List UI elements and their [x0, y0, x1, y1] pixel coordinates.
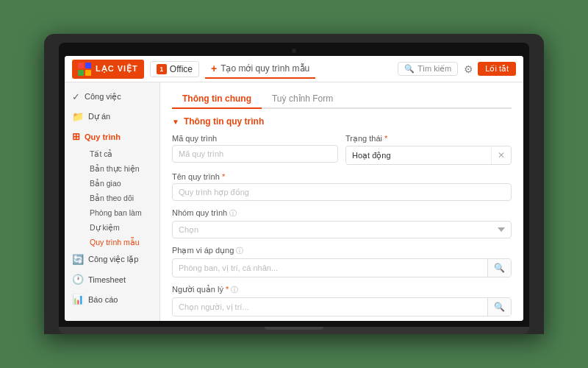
sidebar-sub-quy-trinh: Tất cả Bản thực hiện Bản giao Bản theo d… — [65, 146, 159, 250]
tab-plus-icon: + — [211, 63, 217, 74]
cong-viec-lap-icon: 🔄 — [72, 254, 84, 265]
office-label: Office — [170, 64, 193, 74]
sub-label-tat-ca: Tất cả — [90, 149, 113, 158]
sub-label-quy-trinh-mau: Quy trình mẫu — [90, 238, 140, 247]
help-icon-nguoi-quan-ly[interactable]: ⓘ — [231, 286, 238, 294]
required-marker-2: * — [222, 172, 225, 181]
input-ten-quy-trinh[interactable] — [172, 183, 512, 201]
webcam — [292, 49, 296, 53]
settings-icon[interactable]: ⚙ — [464, 63, 473, 75]
laptop-base — [59, 327, 529, 334]
search-placeholder: Tìm kiếm — [417, 64, 451, 74]
sidebar-label-bao-cao: Báo cáo — [88, 295, 118, 304]
office-button[interactable]: 1 Office — [150, 61, 199, 77]
sidebar-sub-tat-ca[interactable]: Tất cả — [82, 146, 159, 161]
tab-thong-tin-chung[interactable]: Thông tin chung — [172, 90, 262, 109]
laptop-screen: LẠC VIỆT 1 Office + Tạo mới quy trình mẫ… — [65, 56, 523, 321]
form-group-nguoi-quan-ly: Người quản lý * ⓘ 🔍 — [172, 285, 512, 316]
search-bar[interactable]: 🔍 Tìm kiếm — [398, 62, 458, 76]
logo-sq-yellow — [85, 70, 91, 76]
sidebar-item-timesheet[interactable]: 🕐 Timesheet — [65, 269, 159, 289]
form-row-5: Người quản lý * ⓘ 🔍 — [172, 285, 512, 316]
top-bar: LẠC VIỆT 1 Office + Tạo mới quy trình mẫ… — [65, 56, 523, 82]
laptop-shell: LẠC VIỆT 1 Office + Tạo mới quy trình mẫ… — [44, 34, 544, 334]
sidebar-sub-ban-giao[interactable]: Bản giao — [82, 176, 159, 191]
quy-trinh-icon: ⊞ — [72, 131, 80, 142]
form-row-2: Tên quy trình * — [172, 172, 512, 201]
sub-label-phong-ban-lam: Phòng ban làm — [90, 208, 142, 217]
timesheet-icon: 🕐 — [72, 274, 84, 285]
office-icon: 1 — [157, 64, 167, 74]
help-icon-pham-vi[interactable]: ⓘ — [236, 247, 243, 255]
help-icon-nhom[interactable]: ⓘ — [229, 209, 237, 217]
section-title: Thông tin quy trình — [184, 116, 264, 127]
screen-bezel: LẠC VIỆT 1 Office + Tạo mới quy trình mẫ… — [59, 43, 529, 327]
search-btn-pham-vi[interactable]: 🔍 — [487, 259, 511, 277]
section-header: ▼ Thông tin quy trình — [172, 116, 512, 127]
form-group-nhom-quy-trinh: Nhóm quy trình ⓘ Chọn — [172, 208, 512, 238]
sidebar-sub-phong-ban-lam[interactable]: Phòng ban làm — [82, 205, 159, 220]
logo-text: LẠC VIỆT — [96, 64, 138, 74]
search-icon: 🔍 — [404, 64, 415, 74]
form-row-3: Nhóm quy trình ⓘ Chọn — [172, 208, 512, 238]
logo-sq-blue — [85, 63, 91, 68]
form-tabs: Thông tin chung Tuỳ chỉnh Form — [172, 90, 512, 109]
required-marker-3: * — [226, 285, 229, 294]
sub-label-ban-thuc-hien: Bản thực hiện — [90, 164, 140, 173]
input-ma-quy-trinh[interactable] — [172, 145, 338, 163]
status-value: Hoạt động — [346, 147, 491, 164]
cong-viec-icon: ✓ — [72, 91, 80, 102]
top-bar-actions: ⚙ Lối tắt — [464, 62, 516, 76]
sidebar-sub-quy-trinh-mau[interactable]: Quy trình mẫu — [82, 235, 159, 250]
form-group-ten-quy-trinh: Tên quy trình * — [172, 172, 512, 201]
form-group-pham-vi: Phạm vi áp dụng ⓘ 🔍 — [172, 246, 512, 277]
logo-sq-red — [78, 63, 84, 68]
bao-cao-icon: 📊 — [72, 294, 84, 305]
label-ten-quy-trinh: Tên quy trình * — [172, 172, 512, 181]
search-btn-nguoi-quan-ly[interactable]: 🔍 — [487, 298, 511, 316]
sidebar-item-cong-viec-lap[interactable]: 🔄 Công việc lặp — [65, 250, 159, 269]
sidebar-sub-ban-thuc-hien[interactable]: Bản thực hiện — [82, 161, 159, 176]
label-pham-vi: Phạm vi áp dụng ⓘ — [172, 246, 512, 256]
sidebar-item-quy-trinh[interactable]: ⊞ Quy trình — [65, 127, 159, 146]
sidebar-label-quy-trinh: Quy trình — [85, 132, 121, 141]
form-row-1: Mã quy trình Trạng thái * Hoạt động — [172, 134, 512, 165]
label-ma-quy-trinh: Mã quy trình — [172, 134, 338, 143]
status-clear-button[interactable]: ✕ — [491, 146, 511, 164]
form-area: Thông tin chung Tuỳ chỉnh Form ▼ Thông t… — [160, 82, 523, 321]
input-pham-vi[interactable] — [173, 260, 487, 276]
label-nguoi-quan-ly: Người quản lý * ⓘ — [172, 285, 512, 295]
sidebar-label-timesheet: Timesheet — [88, 275, 126, 284]
chevron-down-icon: ▼ — [172, 118, 179, 126]
status-field: Hoạt động ✕ — [345, 146, 512, 165]
form-group-trang-thai: Trạng thái * Hoạt động ✕ — [345, 134, 512, 165]
sidebar-sub-du-kiem[interactable]: Dự kiệm — [82, 220, 159, 235]
search-wrap-pham-vi: 🔍 — [172, 258, 512, 277]
sidebar-label-du-an: Dự án — [88, 112, 110, 121]
new-tab-label: Tạo mới quy trình mẫu — [220, 63, 309, 74]
logo-area: LẠC VIỆT — [72, 60, 144, 79]
main-content: ✓ Công việc 📁 Dự án ⊞ Quy trình Tất cả — [65, 82, 523, 321]
sidebar-label-cong-viec: Công việc — [85, 92, 121, 102]
logo-sq-green — [78, 70, 84, 76]
select-nhom-quy-trinh[interactable]: Chọn — [172, 221, 512, 238]
label-trang-thai: Trạng thái * — [345, 134, 512, 144]
tab-tuy-chinh-form[interactable]: Tuỳ chỉnh Form — [262, 90, 343, 109]
sidebar-item-bao-cao[interactable]: 📊 Báo cáo — [65, 289, 159, 309]
du-an-icon: 📁 — [72, 111, 84, 122]
logo-icon — [78, 63, 91, 76]
form-group-ma-quy-trinh: Mã quy trình — [172, 134, 338, 165]
input-nguoi-quan-ly[interactable] — [173, 299, 487, 315]
sub-label-du-kiem: Dự kiệm — [90, 223, 120, 232]
sub-label-ban-giao: Bản giao — [90, 179, 121, 188]
label-nhom-quy-trinh: Nhóm quy trình ⓘ — [172, 208, 512, 219]
form-row-4: Phạm vi áp dụng ⓘ 🔍 — [172, 246, 512, 277]
sidebar-item-cong-viec[interactable]: ✓ Công việc — [65, 87, 159, 107]
search-wrap-nguoi-quan-ly: 🔍 — [172, 297, 512, 316]
sidebar-label-cong-viec-lap: Công việc lặp — [88, 255, 138, 264]
new-tab[interactable]: + Tạo mới quy trình mẫu — [205, 60, 315, 79]
sidebar: ✓ Công việc 📁 Dự án ⊞ Quy trình Tất cả — [65, 82, 160, 321]
sidebar-sub-ban-theo-doi[interactable]: Bản theo dõi — [82, 191, 159, 205]
logout-button[interactable]: Lối tắt — [478, 62, 516, 76]
sidebar-item-du-an[interactable]: 📁 Dự án — [65, 107, 159, 127]
